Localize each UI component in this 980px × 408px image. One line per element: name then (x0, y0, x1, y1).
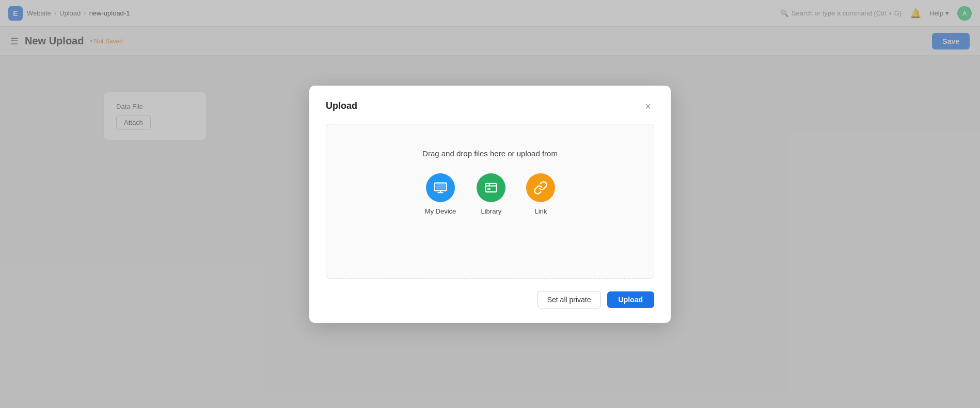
upload-option-device[interactable]: My Device (425, 173, 456, 215)
library-icon (477, 173, 505, 202)
my-device-label: My Device (425, 207, 456, 215)
link-svg (533, 181, 548, 195)
svg-rect-3 (487, 188, 491, 190)
link-label: Link (534, 207, 547, 215)
device-svg (433, 181, 448, 195)
modal-header: Upload × (326, 100, 654, 112)
upload-option-library[interactable]: Library (477, 173, 505, 215)
upload-options: My Device Library (425, 173, 556, 215)
modal-overlay: Upload × Drag and drop files here or upl… (0, 0, 980, 408)
upload-modal: Upload × Drag and drop files here or upl… (309, 86, 671, 323)
upload-button[interactable]: Upload (607, 291, 654, 308)
svg-rect-1 (436, 184, 446, 190)
set-private-button[interactable]: Set all private (538, 291, 601, 308)
dropzone[interactable]: Drag and drop files here or upload from … (326, 124, 654, 279)
modal-footer: Set all private Upload (326, 291, 654, 308)
modal-title: Upload (326, 101, 357, 111)
my-device-icon (426, 173, 455, 202)
library-svg (484, 181, 498, 195)
close-button[interactable]: × (642, 100, 654, 112)
dropzone-text: Drag and drop files here or upload from (422, 149, 558, 158)
svg-rect-2 (486, 183, 497, 191)
library-label: Library (481, 207, 501, 215)
upload-option-link[interactable]: Link (526, 173, 555, 215)
link-icon (526, 173, 555, 202)
